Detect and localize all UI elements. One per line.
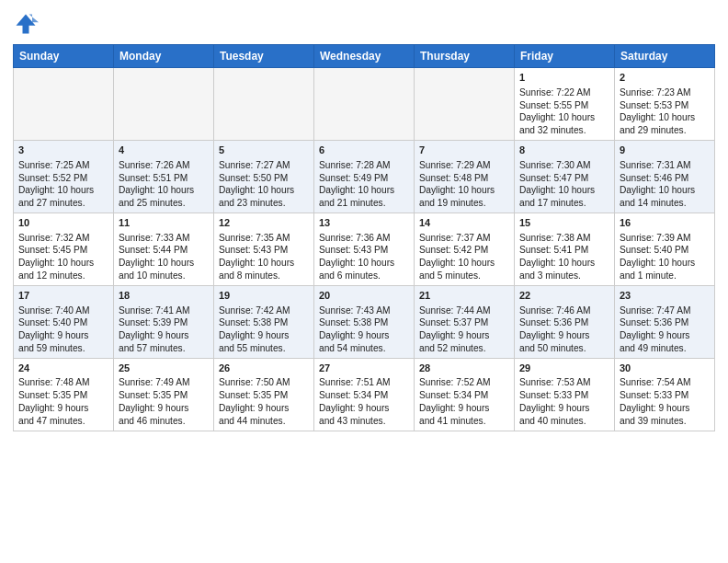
day-info: Sunrise: 7:25 AM Sunset: 5:52 PM Dayligh… [18, 159, 108, 210]
calendar-cell: 25Sunrise: 7:49 AM Sunset: 5:35 PM Dayli… [114, 358, 214, 431]
day-number: 30 [620, 362, 710, 375]
weekday-header-friday: Friday [515, 45, 615, 68]
day-info: Sunrise: 7:42 AM Sunset: 5:38 PM Dayligh… [219, 304, 309, 355]
day-info: Sunrise: 7:30 AM Sunset: 5:47 PM Dayligh… [519, 159, 609, 210]
calendar-week-1: 1Sunrise: 7:22 AM Sunset: 5:55 PM Daylig… [14, 68, 715, 141]
weekday-header-wednesday: Wednesday [314, 45, 415, 68]
logo [13, 9, 42, 37]
day-number: 22 [519, 289, 609, 303]
day-number: 16 [620, 216, 710, 230]
day-number: 8 [519, 144, 609, 157]
calendar-cell: 1Sunrise: 7:22 AM Sunset: 5:55 PM Daylig… [515, 68, 615, 141]
day-number: 5 [219, 144, 309, 157]
day-info: Sunrise: 7:28 AM Sunset: 5:49 PM Dayligh… [319, 159, 409, 210]
calendar-cell [214, 68, 314, 141]
day-info: Sunrise: 7:33 AM Sunset: 5:44 PM Dayligh… [119, 232, 209, 282]
day-info: Sunrise: 7:48 AM Sunset: 5:35 PM Dayligh… [18, 376, 108, 427]
day-number: 18 [119, 289, 209, 303]
calendar-cell: 9Sunrise: 7:31 AM Sunset: 5:46 PM Daylig… [615, 140, 715, 213]
day-number: 25 [119, 362, 209, 375]
day-number: 15 [519, 216, 609, 230]
day-number: 23 [620, 289, 710, 303]
day-info: Sunrise: 7:50 AM Sunset: 5:35 PM Dayligh… [219, 376, 309, 427]
calendar-cell: 23Sunrise: 7:47 AM Sunset: 5:36 PM Dayli… [615, 285, 715, 358]
day-info: Sunrise: 7:54 AM Sunset: 5:33 PM Dayligh… [620, 376, 710, 427]
day-number: 24 [18, 362, 108, 375]
calendar-cell: 22Sunrise: 7:46 AM Sunset: 5:36 PM Dayli… [515, 285, 615, 358]
day-number: 1 [519, 71, 609, 85]
day-info: Sunrise: 7:46 AM Sunset: 5:36 PM Dayligh… [519, 304, 609, 355]
day-info: Sunrise: 7:32 AM Sunset: 5:45 PM Dayligh… [18, 232, 108, 282]
day-info: Sunrise: 7:23 AM Sunset: 5:53 PM Dayligh… [620, 86, 710, 137]
calendar-cell: 7Sunrise: 7:29 AM Sunset: 5:48 PM Daylig… [415, 140, 515, 213]
day-info: Sunrise: 7:39 AM Sunset: 5:40 PM Dayligh… [620, 232, 710, 282]
day-number: 28 [419, 362, 509, 375]
day-number: 21 [419, 289, 509, 303]
day-info: Sunrise: 7:29 AM Sunset: 5:48 PM Dayligh… [419, 159, 509, 210]
calendar-cell: 28Sunrise: 7:52 AM Sunset: 5:34 PM Dayli… [415, 358, 515, 431]
page: SundayMondayTuesdayWednesdayThursdayFrid… [0, 0, 728, 563]
day-info: Sunrise: 7:47 AM Sunset: 5:36 PM Dayligh… [620, 304, 710, 355]
calendar-cell [114, 68, 214, 141]
day-info: Sunrise: 7:26 AM Sunset: 5:51 PM Dayligh… [119, 159, 209, 210]
calendar-table: SundayMondayTuesdayWednesdayThursdayFrid… [13, 44, 715, 431]
day-info: Sunrise: 7:22 AM Sunset: 5:55 PM Dayligh… [519, 86, 609, 137]
day-info: Sunrise: 7:49 AM Sunset: 5:35 PM Dayligh… [119, 376, 209, 427]
day-info: Sunrise: 7:41 AM Sunset: 5:39 PM Dayligh… [119, 304, 209, 355]
calendar-cell [14, 68, 114, 141]
weekday-header-tuesday: Tuesday [214, 45, 314, 68]
calendar-cell: 14Sunrise: 7:37 AM Sunset: 5:42 PM Dayli… [415, 213, 515, 285]
calendar-cell: 6Sunrise: 7:28 AM Sunset: 5:49 PM Daylig… [314, 140, 415, 213]
calendar-cell: 4Sunrise: 7:26 AM Sunset: 5:51 PM Daylig… [114, 140, 214, 213]
day-info: Sunrise: 7:51 AM Sunset: 5:34 PM Dayligh… [319, 376, 409, 427]
logo-icon [13, 11, 39, 37]
calendar-cell: 5Sunrise: 7:27 AM Sunset: 5:50 PM Daylig… [214, 140, 314, 213]
day-info: Sunrise: 7:52 AM Sunset: 5:34 PM Dayligh… [419, 376, 509, 427]
calendar-cell: 27Sunrise: 7:51 AM Sunset: 5:34 PM Dayli… [314, 358, 415, 431]
calendar-cell: 18Sunrise: 7:41 AM Sunset: 5:39 PM Dayli… [114, 285, 214, 358]
day-number: 12 [219, 216, 309, 230]
day-number: 2 [620, 71, 710, 85]
weekday-header-monday: Monday [114, 45, 214, 68]
calendar-cell: 12Sunrise: 7:35 AM Sunset: 5:43 PM Dayli… [214, 213, 314, 285]
calendar-cell: 30Sunrise: 7:54 AM Sunset: 5:33 PM Dayli… [615, 358, 715, 431]
calendar-cell: 20Sunrise: 7:43 AM Sunset: 5:38 PM Dayli… [314, 285, 415, 358]
calendar-cell: 26Sunrise: 7:50 AM Sunset: 5:35 PM Dayli… [214, 358, 314, 431]
day-number: 4 [119, 144, 209, 157]
day-info: Sunrise: 7:38 AM Sunset: 5:41 PM Dayligh… [519, 232, 609, 282]
day-info: Sunrise: 7:37 AM Sunset: 5:42 PM Dayligh… [419, 232, 509, 282]
day-number: 29 [519, 362, 609, 375]
weekday-header-saturday: Saturday [615, 45, 715, 68]
day-number: 10 [18, 216, 108, 230]
calendar-week-5: 24Sunrise: 7:48 AM Sunset: 5:35 PM Dayli… [14, 358, 715, 431]
calendar-cell: 3Sunrise: 7:25 AM Sunset: 5:52 PM Daylig… [14, 140, 114, 213]
day-number: 27 [319, 362, 409, 375]
day-info: Sunrise: 7:31 AM Sunset: 5:46 PM Dayligh… [620, 159, 710, 210]
calendar-cell: 16Sunrise: 7:39 AM Sunset: 5:40 PM Dayli… [615, 213, 715, 285]
weekday-header-row: SundayMondayTuesdayWednesdayThursdayFrid… [14, 45, 715, 68]
calendar-cell: 15Sunrise: 7:38 AM Sunset: 5:41 PM Dayli… [515, 213, 615, 285]
header [13, 9, 715, 37]
day-info: Sunrise: 7:27 AM Sunset: 5:50 PM Dayligh… [219, 159, 309, 210]
day-info: Sunrise: 7:35 AM Sunset: 5:43 PM Dayligh… [219, 232, 309, 282]
day-number: 17 [18, 289, 108, 303]
day-number: 6 [319, 144, 409, 157]
calendar-cell: 11Sunrise: 7:33 AM Sunset: 5:44 PM Dayli… [114, 213, 214, 285]
calendar-cell: 10Sunrise: 7:32 AM Sunset: 5:45 PM Dayli… [14, 213, 114, 285]
calendar-cell [415, 68, 515, 141]
day-info: Sunrise: 7:43 AM Sunset: 5:38 PM Dayligh… [319, 304, 409, 355]
day-number: 14 [419, 216, 509, 230]
weekday-header-thursday: Thursday [415, 45, 515, 68]
calendar-cell: 17Sunrise: 7:40 AM Sunset: 5:40 PM Dayli… [14, 285, 114, 358]
calendar-week-4: 17Sunrise: 7:40 AM Sunset: 5:40 PM Dayli… [14, 285, 715, 358]
calendar-cell: 2Sunrise: 7:23 AM Sunset: 5:53 PM Daylig… [615, 68, 715, 141]
day-info: Sunrise: 7:44 AM Sunset: 5:37 PM Dayligh… [419, 304, 509, 355]
day-number: 13 [319, 216, 409, 230]
day-number: 20 [319, 289, 409, 303]
day-info: Sunrise: 7:36 AM Sunset: 5:43 PM Dayligh… [319, 232, 409, 282]
day-number: 9 [620, 144, 710, 157]
calendar-cell: 24Sunrise: 7:48 AM Sunset: 5:35 PM Dayli… [14, 358, 114, 431]
day-number: 7 [419, 144, 509, 157]
day-info: Sunrise: 7:53 AM Sunset: 5:33 PM Dayligh… [519, 376, 609, 427]
calendar-week-2: 3Sunrise: 7:25 AM Sunset: 5:52 PM Daylig… [14, 140, 715, 213]
